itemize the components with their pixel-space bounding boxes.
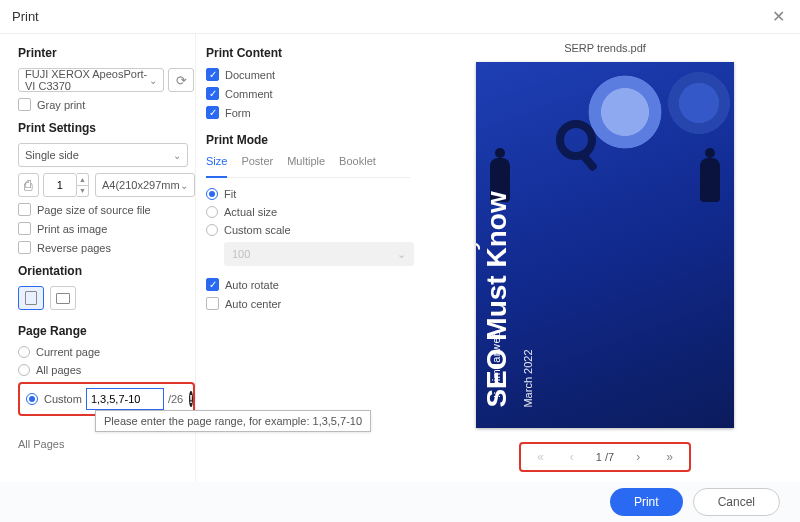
orientation-portrait[interactable]: [18, 286, 44, 310]
magnifier-icon: [556, 120, 596, 160]
pager-first-icon[interactable]: «: [533, 448, 548, 466]
range-custom-label[interactable]: Custom: [44, 393, 82, 405]
person-icon: [700, 158, 720, 202]
range-current-radio[interactable]: Current page: [18, 346, 195, 358]
cancel-button[interactable]: Cancel: [693, 488, 780, 516]
auto-rotate-checkbox[interactable]: Auto rotate: [206, 278, 410, 291]
tab-booklet[interactable]: Booklet: [339, 155, 376, 171]
sides-select[interactable]: Single side ⌄: [18, 143, 188, 167]
content-document-checkbox[interactable]: Document: [206, 68, 410, 81]
main: Printer FUJI XEROX ApeosPort-VI C3370 ⌄ …: [0, 34, 800, 482]
printer-heading: Printer: [18, 46, 195, 60]
scale-actual-radio[interactable]: Actual size: [206, 206, 410, 218]
close-icon[interactable]: ✕: [768, 7, 788, 27]
printer-name: FUJI XEROX ApeosPort-VI C3370: [25, 68, 149, 92]
source-size-label: Page size of source file: [37, 204, 151, 216]
dialog-title: Print: [12, 9, 39, 24]
preview-panel: SERP trends.pdf :: similarweb SERP Featu…: [410, 34, 800, 482]
content-document-label: Document: [225, 69, 275, 81]
tab-size[interactable]: Size: [206, 155, 227, 178]
paper-value: A4(210x297mm) 21 x: [102, 179, 180, 191]
page-preview: :: similarweb SERP Feature Trends Every …: [476, 62, 734, 428]
radio-icon: [206, 188, 218, 200]
scale-value: 100: [232, 248, 250, 260]
copies-input[interactable]: [43, 173, 77, 197]
footer: Print Cancel: [0, 482, 800, 522]
print-content-heading: Print Content: [206, 46, 410, 60]
portrait-icon: [25, 291, 37, 305]
print-mode-heading: Print Mode: [206, 133, 410, 147]
scale-fit-label: Fit: [224, 188, 236, 200]
all-pages-filter[interactable]: All Pages: [18, 438, 195, 450]
tab-poster[interactable]: Poster: [241, 155, 273, 171]
chevron-down-icon: ⌄: [173, 150, 181, 161]
titlebar: Print ✕: [0, 0, 800, 34]
checkbox-icon: [206, 278, 219, 291]
checkbox-icon: [18, 98, 31, 111]
print-mode-tabs: Size Poster Multiple Booklet: [206, 155, 410, 178]
pager-next-icon[interactable]: ›: [632, 448, 644, 466]
range-current-label: Current page: [36, 346, 100, 358]
pager-highlight: « ‹ 1 /7 › »: [519, 442, 691, 472]
radio-icon: [18, 364, 30, 376]
page-range-input[interactable]: [86, 388, 164, 410]
print-settings-heading: Print Settings: [18, 121, 195, 135]
checkbox-icon: [206, 297, 219, 310]
custom-scale-input: 100 ⌄: [224, 242, 414, 266]
chevron-down-icon: ⌄: [397, 248, 406, 261]
sides-value: Single side: [25, 149, 79, 161]
checkbox-icon: [18, 241, 31, 254]
orientation-heading: Orientation: [18, 264, 195, 278]
copies-stepper[interactable]: ▲▼: [77, 173, 89, 197]
content-comment-checkbox[interactable]: Comment: [206, 87, 410, 100]
pager-prev-icon[interactable]: ‹: [566, 448, 578, 466]
page-range-custom-highlight: Custom /26 ! Please enter the page range…: [18, 382, 195, 416]
content-comment-label: Comment: [225, 88, 273, 100]
page-range-tooltip: Please enter the page range, for example…: [95, 410, 371, 432]
scale-fit-radio[interactable]: Fit: [206, 188, 410, 200]
checkbox-icon: [206, 87, 219, 100]
preview-headline: SERP Feature Trends Every SEO Must Know …: [476, 108, 534, 408]
content-form-checkbox[interactable]: Form: [206, 106, 410, 119]
checkbox-icon: [18, 222, 31, 235]
scale-custom-radio[interactable]: Custom scale: [206, 224, 410, 236]
radio-icon: [206, 206, 218, 218]
chevron-down-icon: ⌄: [149, 75, 157, 86]
print-as-image-checkbox[interactable]: Print as image: [18, 222, 195, 235]
pager-last-icon[interactable]: »: [662, 448, 677, 466]
source-size-checkbox[interactable]: Page size of source file: [18, 203, 195, 216]
radio-icon: [18, 346, 30, 358]
scale-actual-label: Actual size: [224, 206, 277, 218]
scale-custom-label: Custom scale: [224, 224, 291, 236]
orientation-landscape[interactable]: [50, 286, 76, 310]
radio-icon[interactable]: [26, 393, 38, 405]
printer-refresh-button[interactable]: ⟳: [168, 68, 194, 92]
landscape-icon: [56, 293, 70, 304]
pager-indicator: 1 /7: [596, 451, 614, 463]
content-form-label: Form: [225, 107, 251, 119]
print-button[interactable]: Print: [610, 488, 683, 516]
gear-icon: [664, 68, 734, 138]
reverse-pages-label: Reverse pages: [37, 242, 111, 254]
range-all-label: All pages: [36, 364, 81, 376]
gray-print-checkbox[interactable]: Gray print: [18, 98, 195, 111]
auto-center-label: Auto center: [225, 298, 281, 310]
gray-print-label: Gray print: [37, 99, 85, 111]
paper-select[interactable]: A4(210x297mm) 21 x ⌄: [95, 173, 195, 197]
checkbox-icon: [18, 203, 31, 216]
auto-center-checkbox[interactable]: Auto center: [206, 297, 410, 310]
auto-rotate-label: Auto rotate: [225, 279, 279, 291]
print-as-image-label: Print as image: [37, 223, 107, 235]
page-range-heading: Page Range: [18, 324, 195, 338]
radio-icon: [206, 224, 218, 236]
copies-icon: ⎙: [18, 173, 39, 197]
total-pages: /26: [168, 393, 183, 405]
preview-filename: SERP trends.pdf: [564, 42, 646, 54]
chevron-down-icon: ⌄: [180, 180, 188, 191]
left-panel: Printer FUJI XEROX ApeosPort-VI C3370 ⌄ …: [0, 34, 195, 482]
tab-multiple[interactable]: Multiple: [287, 155, 325, 171]
printer-select[interactable]: FUJI XEROX ApeosPort-VI C3370 ⌄: [18, 68, 164, 92]
range-all-radio[interactable]: All pages: [18, 364, 195, 376]
reverse-pages-checkbox[interactable]: Reverse pages: [18, 241, 195, 254]
info-icon[interactable]: !: [189, 391, 193, 407]
